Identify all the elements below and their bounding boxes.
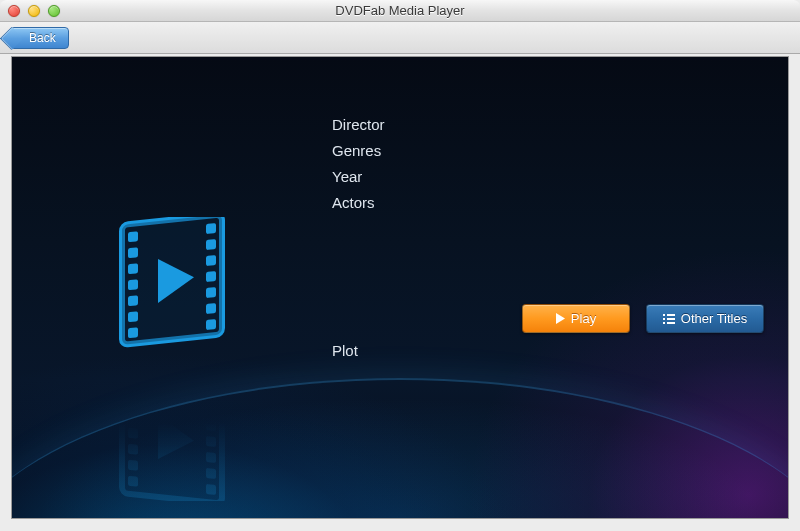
svg-rect-39 bbox=[667, 322, 675, 324]
svg-rect-10 bbox=[206, 239, 216, 250]
svg-rect-19 bbox=[128, 460, 138, 471]
svg-rect-9 bbox=[206, 223, 216, 234]
film-play-icon-reflection bbox=[102, 357, 242, 501]
back-button-label: Back bbox=[29, 31, 56, 45]
svg-rect-6 bbox=[128, 295, 138, 306]
svg-rect-7 bbox=[128, 311, 138, 322]
svg-rect-36 bbox=[663, 318, 665, 320]
svg-rect-25 bbox=[206, 484, 216, 495]
svg-rect-30 bbox=[206, 404, 216, 415]
play-button-label: Play bbox=[571, 311, 596, 326]
film-play-icon bbox=[102, 217, 242, 361]
other-titles-button[interactable]: Other Titles bbox=[646, 304, 764, 333]
toolbar: Back bbox=[0, 22, 800, 54]
svg-rect-23 bbox=[128, 396, 138, 407]
svg-rect-5 bbox=[128, 279, 138, 290]
play-triangle-icon bbox=[556, 313, 565, 324]
svg-rect-38 bbox=[663, 322, 665, 324]
svg-rect-3 bbox=[128, 247, 138, 258]
svg-rect-26 bbox=[206, 468, 216, 479]
meta-plot-label: Plot bbox=[332, 342, 358, 359]
svg-rect-12 bbox=[206, 271, 216, 282]
meta-genres-label: Genres bbox=[332, 138, 385, 164]
zoom-window-button[interactable] bbox=[48, 5, 60, 17]
svg-marker-32 bbox=[158, 415, 194, 463]
svg-rect-22 bbox=[128, 412, 138, 423]
meta-actors-label: Actors bbox=[332, 190, 385, 216]
play-button[interactable]: Play bbox=[522, 304, 630, 333]
metadata-list: Director Genres Year Actors bbox=[332, 112, 385, 216]
svg-marker-33 bbox=[556, 313, 565, 324]
svg-rect-18 bbox=[128, 476, 138, 487]
minimize-window-button[interactable] bbox=[28, 5, 40, 17]
svg-rect-37 bbox=[667, 318, 675, 320]
main-content: Director Genres Year Actors Plot Play Ot… bbox=[11, 56, 789, 519]
svg-rect-31 bbox=[206, 388, 216, 399]
svg-rect-24 bbox=[128, 380, 138, 391]
svg-rect-4 bbox=[128, 263, 138, 274]
close-window-button[interactable] bbox=[8, 5, 20, 17]
svg-rect-2 bbox=[128, 231, 138, 242]
action-bar: Play Other Titles bbox=[522, 304, 764, 333]
svg-rect-11 bbox=[206, 255, 216, 266]
window-titlebar: DVDFab Media Player bbox=[0, 0, 800, 22]
svg-rect-8 bbox=[128, 327, 138, 338]
meta-year-label: Year bbox=[332, 164, 385, 190]
svg-rect-27 bbox=[206, 452, 216, 463]
svg-rect-35 bbox=[667, 314, 675, 316]
svg-rect-28 bbox=[206, 436, 216, 447]
other-titles-button-label: Other Titles bbox=[681, 311, 747, 326]
svg-rect-20 bbox=[128, 444, 138, 455]
list-icon bbox=[663, 314, 675, 324]
svg-rect-14 bbox=[206, 303, 216, 314]
window-title: DVDFab Media Player bbox=[0, 3, 800, 18]
svg-rect-21 bbox=[128, 428, 138, 439]
back-button[interactable]: Back bbox=[10, 27, 69, 49]
meta-director-label: Director bbox=[332, 112, 385, 138]
svg-rect-13 bbox=[206, 287, 216, 298]
svg-rect-34 bbox=[663, 314, 665, 316]
svg-rect-15 bbox=[206, 319, 216, 330]
traffic-lights bbox=[0, 5, 60, 17]
svg-rect-29 bbox=[206, 420, 216, 431]
